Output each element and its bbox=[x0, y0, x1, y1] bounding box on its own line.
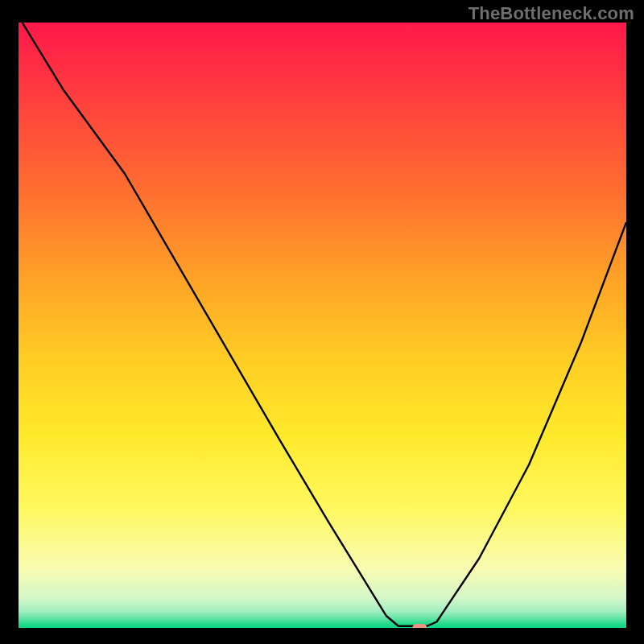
plot-svg bbox=[19, 23, 626, 628]
optimal-marker bbox=[412, 624, 427, 628]
gradient-rect bbox=[19, 23, 626, 628]
watermark-text: TheBottleneck.com bbox=[469, 3, 634, 24]
chart-frame: TheBottleneck.com bbox=[0, 0, 644, 644]
plot-area bbox=[19, 23, 626, 628]
